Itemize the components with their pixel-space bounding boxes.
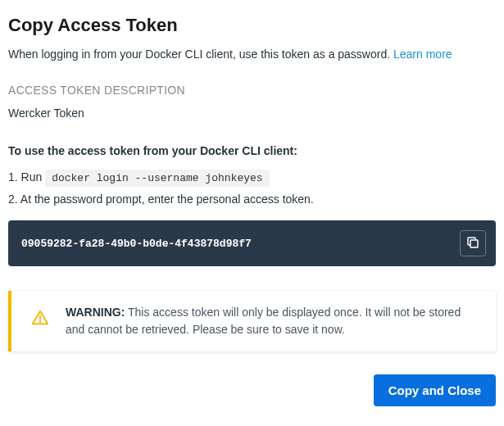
copy-token-button[interactable] [460, 230, 486, 256]
copy-and-close-button[interactable]: Copy and Close [374, 374, 496, 406]
token-display-box: 09059282-fa28-49b0-b0de-4f43878d98f7 [8, 220, 496, 266]
login-command-code: docker login --username johnkeyes [45, 170, 269, 187]
warning-body: This access token will only be displayed… [66, 306, 461, 336]
svg-rect-0 [470, 240, 478, 247]
instruction-step-2: 2. At the password prompt, enter the per… [8, 193, 496, 206]
instruction-step-1: 1. Run docker login --username johnkeyes [8, 170, 496, 184]
dialog-footer: Copy and Close [8, 374, 496, 406]
subtitle-text: When logging in from your Docker CLI cli… [8, 48, 393, 61]
step1-prefix: 1. Run [8, 170, 45, 184]
warning-label: WARNING: [66, 306, 125, 319]
description-value: Wercker Token [8, 106, 496, 120]
instructions-heading: To use the access token from your Docker… [8, 144, 496, 157]
warning-text: WARNING: This access token will only be … [66, 304, 481, 338]
copy-icon [465, 235, 480, 252]
learn-more-link[interactable]: Learn more [393, 48, 452, 61]
token-value: 09059282-fa28-49b0-b0de-4f43878d98f7 [21, 238, 460, 250]
dialog-subtitle: When logging in from your Docker CLI cli… [8, 48, 496, 61]
dialog-title: Copy Access Token [8, 15, 496, 36]
description-label: ACCESS TOKEN DESCRIPTION [8, 84, 496, 97]
warning-box: WARNING: This access token will only be … [8, 291, 496, 351]
svg-point-2 [39, 321, 40, 322]
warning-icon [31, 304, 49, 330]
